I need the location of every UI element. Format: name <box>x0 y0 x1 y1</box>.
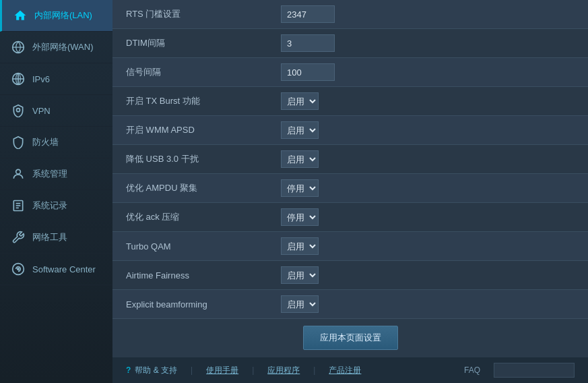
sidebar-item-nettools[interactable]: 网络工具 <box>0 222 112 254</box>
select-field[interactable]: 启用停用 <box>281 208 319 226</box>
setting-label: Turbo QAM <box>112 232 274 261</box>
table-row: 开启 WMM APSD启用停用 <box>112 116 588 145</box>
select-field[interactable]: 启用停用 <box>281 266 319 284</box>
globe-alt-icon <box>11 71 26 86</box>
content-area: RTS 门槛设置DTIM间隔信号间隔开启 TX Burst 功能启用停用开启 W… <box>112 0 588 318</box>
select-field[interactable]: 启用停用 <box>281 179 319 197</box>
separator: | <box>191 365 193 375</box>
setting-control: 启用停用 <box>274 203 588 232</box>
sidebar-label-lan: 内部网络(LAN) <box>34 9 92 22</box>
sidebar-item-firewall[interactable]: 防火墙 <box>0 127 112 158</box>
shield-icon <box>11 135 26 150</box>
setting-label: DTIM间隔 <box>112 29 274 58</box>
table-row: 优化 AMPDU 聚集启用停用 <box>112 174 588 203</box>
link-manual[interactable]: 使用手册 <box>206 365 238 376</box>
setting-control <box>274 0 588 29</box>
svg-point-3 <box>17 109 20 112</box>
setting-label: Airtime Fairness <box>112 261 274 290</box>
sidebar-item-vpn[interactable]: VPN <box>0 95 112 127</box>
setting-control: 启用停用 <box>274 116 588 145</box>
bottom-bar: ? 帮助 & 支持 | 使用手册 | 应用程序 | 产品注册 FAQ <box>112 357 588 383</box>
setting-label: 开启 TX Burst 功能 <box>112 87 274 116</box>
select-field[interactable]: 启用停用 <box>281 237 319 255</box>
setting-label: 优化 AMPDU 聚集 <box>112 174 274 203</box>
settings-table: RTS 门槛设置DTIM间隔信号间隔开启 TX Burst 功能启用停用开启 W… <box>112 0 588 318</box>
log-icon <box>11 198 26 213</box>
sidebar-item-lan[interactable]: 内部网络(LAN) <box>0 0 112 32</box>
sidebar-label-ipv6: IPv6 <box>32 74 50 84</box>
svg-point-4 <box>16 169 21 174</box>
table-row: Turbo QAM启用停用 <box>112 232 588 261</box>
link-apps[interactable]: 应用程序 <box>267 365 300 376</box>
table-row: 优化 ack 压缩启用停用 <box>112 203 588 232</box>
text-input[interactable] <box>281 63 335 81</box>
sidebar-label-vpn: VPN <box>32 106 51 116</box>
vpn-icon <box>11 103 26 118</box>
globe-icon <box>11 40 26 55</box>
sidebar-label-softcenter: Software Center <box>32 264 96 274</box>
sidebar-item-syslog[interactable]: 系统记录 <box>0 190 112 222</box>
setting-control <box>274 58 588 87</box>
setting-control: 启用停用 <box>274 290 588 319</box>
home-icon <box>13 8 28 23</box>
select-field[interactable]: 启用停用 <box>281 92 319 110</box>
main-content: RTS 门槛设置DTIM间隔信号间隔开启 TX Burst 功能启用停用开启 W… <box>112 0 588 383</box>
user-icon <box>11 167 26 181</box>
sidebar-label-firewall: 防火墙 <box>32 136 59 148</box>
tools-icon <box>11 230 26 245</box>
sidebar-item-sysmanage[interactable]: 系统管理 <box>0 158 112 190</box>
setting-label: 信号间隔 <box>112 58 274 87</box>
faq-label: FAQ <box>464 365 480 375</box>
select-field[interactable]: 启用停用 <box>281 150 319 168</box>
circle-icon <box>11 262 26 276</box>
sidebar: 内部网络(LAN) 外部网络(WAN) IPv6 VPN 防火墙 系统管理 <box>0 0 112 383</box>
text-input[interactable] <box>281 5 335 23</box>
setting-control: 启用停用 <box>274 174 588 203</box>
setting-label: RTS 门槛设置 <box>112 0 274 29</box>
setting-control: 启用停用 <box>274 145 588 174</box>
svg-point-10 <box>18 268 20 270</box>
sidebar-label-nettools: 网络工具 <box>32 231 67 243</box>
setting-label: 降低 USB 3.0 干扰 <box>112 145 274 174</box>
sidebar-label-sysmanage: 系统管理 <box>32 168 67 180</box>
sidebar-item-softcenter[interactable]: Software Center <box>0 254 112 285</box>
setting-control: 启用停用 <box>274 232 588 261</box>
setting-label: Explicit beamforming <box>112 290 274 319</box>
setting-label: 优化 ack 压缩 <box>112 203 274 232</box>
table-row: 降低 USB 3.0 干扰启用停用 <box>112 145 588 174</box>
table-row: Airtime Fairness启用停用 <box>112 261 588 290</box>
select-field[interactable]: 启用停用 <box>281 121 319 139</box>
table-row: 信号间隔 <box>112 58 588 87</box>
help-section: ? 帮助 & 支持 <box>126 365 177 376</box>
setting-control <box>274 29 588 58</box>
table-row: RTS 门槛设置 <box>112 0 588 29</box>
sidebar-label-syslog: 系统记录 <box>32 200 67 212</box>
table-row: 开启 TX Burst 功能启用停用 <box>112 87 588 116</box>
help-icon: ? <box>126 365 131 375</box>
table-row: DTIM间隔 <box>112 29 588 58</box>
footer-actions: 应用本页面设置 <box>112 318 588 357</box>
select-field[interactable]: 启用停用 <box>281 295 319 313</box>
table-row: Explicit beamforming启用停用 <box>112 290 588 319</box>
sidebar-label-wan: 外部网络(WAN) <box>32 41 94 53</box>
link-register[interactable]: 产品注册 <box>329 365 361 376</box>
setting-control: 启用停用 <box>274 261 588 290</box>
sidebar-item-wan[interactable]: 外部网络(WAN) <box>0 32 112 63</box>
sep2: | <box>313 365 315 375</box>
sidebar-item-ipv6[interactable]: IPv6 <box>0 63 112 95</box>
text-input[interactable] <box>281 34 335 52</box>
search-input[interactable] <box>494 363 575 378</box>
help-label: 帮助 & 支持 <box>135 365 177 376</box>
setting-control: 启用停用 <box>274 87 588 116</box>
sep1: | <box>252 365 254 375</box>
apply-button[interactable]: 应用本页面设置 <box>303 326 398 350</box>
setting-label: 开启 WMM APSD <box>112 116 274 145</box>
